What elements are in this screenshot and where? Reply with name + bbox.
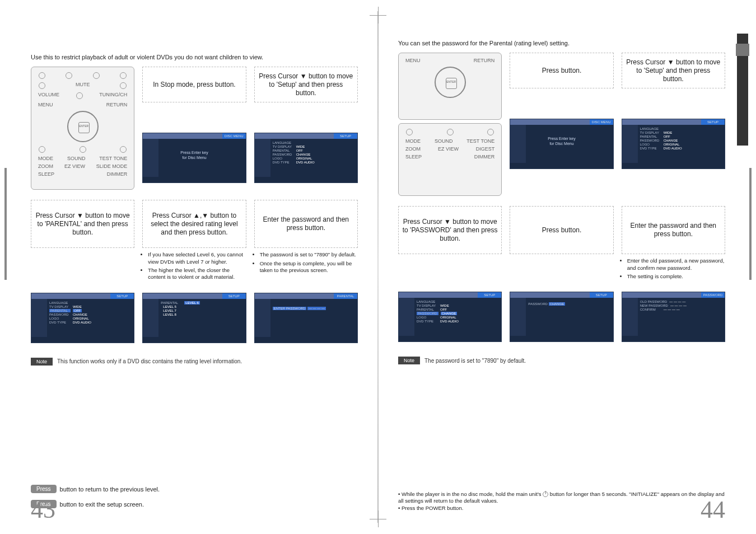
osd-discmenu-1: DISC MENU Press Enter keyfor Disc Menu <box>142 133 246 183</box>
step4-text: Press Cursor ▲,▼ button to select the de… <box>146 212 242 237</box>
page-left: Setting the Parental Use this to restric… <box>0 0 377 534</box>
page-number-right: 44 <box>701 495 725 524</box>
r-step3-text: Press Cursor ▼ button to move to 'PASSWO… <box>402 218 498 243</box>
page-number-left: 43 <box>31 495 55 524</box>
r-step1-text: Press button. <box>514 67 609 75</box>
r-step4-box: Press button. <box>510 206 613 254</box>
step1-box: In Stop mode, press button. <box>142 67 246 102</box>
step2-box: Press Cursor ▼ button to move to 'Setup'… <box>254 67 358 102</box>
step2-text: Press Cursor ▼ button to move to 'Setup'… <box>258 72 354 97</box>
osd-discmenu-r: DISC MENU Press Enter keyfor Disc Menu <box>510 119 613 169</box>
r-step5-text: Enter the password and then press button… <box>626 222 721 238</box>
r-step5-bullets: Enter the old password, a new password, … <box>622 257 725 280</box>
osd-password-change: PASSWORD OLD PASSWORD— — — — NEW PASSWOR… <box>622 292 725 342</box>
note-tag: Note <box>31 358 53 366</box>
note-text-left: This function works only if a DVD disc c… <box>57 358 242 364</box>
power-icon <box>543 491 548 497</box>
press-pill-1: Press <box>31 485 57 493</box>
remote-top: MENURETURN ENTER <box>398 53 502 120</box>
note-tag-r: Note <box>398 357 420 364</box>
osd-tab: SETUP <box>334 133 357 139</box>
step3-text: Press Cursor ▼ button to move to 'PARENT… <box>35 212 130 237</box>
osd-parental-hl: SETUP LANGUAGE TV DISPLAYWIDE PARENTALOF… <box>31 293 134 343</box>
r-step4-text: Press button. <box>514 226 609 235</box>
remote-illustration: MUTE VOLUMETUNING/CH MENURETURN ENTER MO… <box>31 67 134 190</box>
osd-password-hl: SETUP LANGUAGE TV DISPLAYWIDE PARENTALOF… <box>398 292 502 342</box>
note-text-right: The password is set to "7890" by default… <box>424 358 526 364</box>
pill1-text: button to return to the previous level. <box>60 486 160 493</box>
step4-bullets: If you have selected Level 6, you cannot… <box>142 251 246 280</box>
r-step2-text: Press Cursor ▼ button to move to 'Setup'… <box>626 58 721 83</box>
section-tabs <box>737 34 748 146</box>
lead-text-right: You can set the password for the Parenta… <box>398 39 725 47</box>
osd-tab: DISC MENU <box>222 133 246 139</box>
forgot-block: • While the player is in the no disc mod… <box>398 491 725 512</box>
r-step2-box: Press Cursor ▼ button to move to 'Setup'… <box>622 53 725 88</box>
pill2-text: button to exit the setup screen. <box>60 501 144 508</box>
osd-levels: SETUP PARENTALLEVEL 6 LEVEL 5 LEVEL 7 LE… <box>142 293 246 343</box>
step1-text: In Stop mode, press button. <box>146 81 242 89</box>
step5-box: Enter the password and then press button… <box>254 200 358 248</box>
osd-password-entry: PARENTAL ENTER PASSWORD — — — — <box>254 293 358 343</box>
osd-setup-1: SETUP LANGUAGE TV DISPLAYWIDE PARENTALOF… <box>254 133 358 183</box>
lead-text-left: Use this to restrict playback of adult o… <box>31 53 358 61</box>
r-step1-box: Press button. <box>510 53 613 88</box>
r-step5-box: Enter the password and then press button… <box>622 206 725 254</box>
page-right: You can set the password for the Parenta… <box>379 0 756 534</box>
osd-setup-r: SETUP LANGUAGE TV DISPLAYWIDE PARENTALOF… <box>622 119 725 169</box>
remote-bottom: MODESOUNDTEST TONE ZOOMEZ VIEWDIGEST SLE… <box>398 123 502 196</box>
step3-box: Press Cursor ▼ button to move to 'PARENT… <box>31 200 134 248</box>
dpad-icon: ENTER <box>435 67 466 98</box>
osd-change: SETUP PASSWORD CHANGE <box>510 292 613 342</box>
step5-text: Enter the password and then press button… <box>258 216 354 232</box>
dpad-icon: ENTER <box>67 111 99 142</box>
step5-bullets: The password is set to "7890" by default… <box>254 251 358 274</box>
r-step3-box: Press Cursor ▼ button to move to 'PASSWO… <box>398 206 502 254</box>
step4-box: Press Cursor ▲,▼ button to select the de… <box>142 200 246 248</box>
